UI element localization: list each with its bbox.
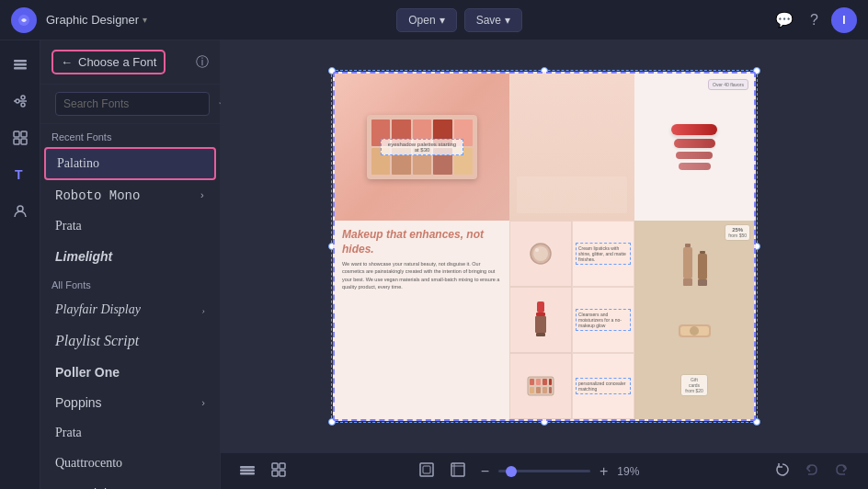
layers-icon[interactable] <box>4 48 37 81</box>
svg-rect-1 <box>14 60 27 63</box>
svg-rect-45 <box>272 463 278 469</box>
svg-rect-51 <box>451 463 464 476</box>
chevron-right-icon: › <box>199 190 205 201</box>
people-icon[interactable] <box>4 195 37 228</box>
zoom-in-button[interactable]: + <box>596 460 611 483</box>
design-canvas: eyeshadow palettes starting at $30 <box>333 72 756 421</box>
font-item-playfair-display[interactable]: Playfair Display › <box>44 295 216 324</box>
product-text-cell-1: Cream lipsticks with shine, glitter, and… <box>572 221 634 287</box>
svg-rect-9 <box>14 131 19 137</box>
history-button[interactable] <box>771 458 794 485</box>
elements-icon[interactable] <box>4 121 37 154</box>
font-item-roboto-mono[interactable]: Roboto Mono › <box>44 181 216 210</box>
font-search-area: ☆ + <box>40 85 220 124</box>
zoom-control: − + 19% <box>477 460 647 483</box>
svg-rect-3 <box>14 67 27 70</box>
text-icon[interactable]: T <box>4 158 37 191</box>
svg-rect-25 <box>530 379 534 385</box>
palette-text-overlay: eyeshadow palettes starting at $30 <box>381 139 463 155</box>
promo-badge-2: 25% from $50 <box>725 224 750 241</box>
bottom-right-controls <box>771 458 853 485</box>
font-item-limelight[interactable]: Limelight <box>44 242 216 271</box>
zoom-slider[interactable] <box>498 470 590 472</box>
svg-point-18 <box>533 246 548 261</box>
crop-button[interactable] <box>446 458 470 485</box>
svg-rect-50 <box>423 466 430 473</box>
back-button[interactable]: ← Choose a Font <box>51 50 166 74</box>
svg-rect-12 <box>21 139 27 144</box>
promo-badge-1: Over 40 flavors <box>708 79 748 90</box>
product-text-1: Cream lipsticks with shine, glitter, and… <box>576 243 631 265</box>
open-button[interactable]: Open ▾ <box>396 8 456 32</box>
zoom-label: 19% <box>617 465 646 478</box>
svg-rect-46 <box>280 463 285 469</box>
fit-button[interactable] <box>415 458 439 485</box>
svg-point-4 <box>16 99 19 103</box>
product-lipstick-cell <box>509 287 572 353</box>
bottom-left-tools <box>235 458 291 485</box>
canvas-area: eyeshadow palettes starting at $30 <box>221 40 868 489</box>
font-item-poller-one[interactable]: Poller One <box>44 358 216 387</box>
topbar-left: Graphic Designer ▾ <box>11 7 147 33</box>
svg-rect-30 <box>536 387 541 393</box>
product-palette-cell <box>509 353 572 419</box>
svg-rect-49 <box>420 463 433 476</box>
recent-section-label: Recent Fonts <box>40 124 220 146</box>
info-icon[interactable]: ⓘ <box>196 54 209 71</box>
canvas-inner: eyeshadow palettes starting at $30 <box>333 72 756 421</box>
svg-point-6 <box>21 103 25 107</box>
grid-view-button[interactable] <box>267 458 291 485</box>
app-name[interactable]: Graphic Designer ▾ <box>46 13 147 27</box>
product-mirror-cell <box>509 221 572 287</box>
svg-rect-29 <box>530 387 534 393</box>
search-input[interactable] <box>55 92 210 116</box>
bottom-bar: − + 19% <box>221 452 868 489</box>
svg-rect-20 <box>537 301 544 313</box>
icon-bar: T <box>0 40 40 489</box>
svg-rect-37 <box>698 254 707 279</box>
palette-cell: eyeshadow palettes starting at $30 <box>335 74 509 221</box>
svg-rect-36 <box>700 251 705 254</box>
svg-rect-35 <box>683 279 692 286</box>
svg-rect-2 <box>14 63 27 66</box>
font-item-quattrocento[interactable]: Quattrocento <box>44 449 216 478</box>
cosmetics-swatches-cell: Over 40 flavors <box>634 74 754 221</box>
help-icon-button[interactable]: ? <box>806 8 822 32</box>
top-middle-cell <box>509 74 634 221</box>
adjust-icon[interactable] <box>4 85 37 118</box>
redo-button[interactable] <box>829 458 853 485</box>
font-item-prata-all[interactable]: Prata <box>44 418 216 448</box>
brand-logo[interactable] <box>11 7 37 33</box>
font-panel-header: ← Choose a Font ⓘ <box>40 40 220 85</box>
save-button[interactable]: Save ▾ <box>464 8 522 32</box>
product-text-3: personalized concealer matching <box>576 378 631 394</box>
product-grid: Cream lipsticks with shine, glitter, and… <box>509 221 634 419</box>
main: T ← Choose a Font ⓘ ☆ + <box>0 40 868 489</box>
font-item-playlist-script[interactable]: Playlist Script <box>44 325 216 357</box>
svg-point-41 <box>690 326 699 335</box>
undo-button[interactable] <box>800 458 824 485</box>
canvas-headline: Makeup that enhances, not hides. <box>342 228 502 256</box>
font-item-questrial[interactable]: Questrial <box>44 479 216 489</box>
svg-rect-21 <box>536 313 545 316</box>
chat-icon-button[interactable]: 💬 <box>771 7 797 32</box>
svg-rect-44 <box>240 472 255 475</box>
font-list: Recent Fonts Palatino Roboto Mono › Prat… <box>40 124 220 489</box>
svg-rect-22 <box>535 316 546 333</box>
svg-rect-48 <box>280 471 285 476</box>
chevron-right-icon: › <box>201 304 205 315</box>
topbar: Graphic Designer ▾ Open ▾ Save ▾ 💬 ? I <box>0 0 868 40</box>
font-item-poppins[interactable]: Poppins › <box>44 388 216 417</box>
svg-rect-31 <box>542 387 547 393</box>
user-avatar[interactable]: I <box>831 7 857 33</box>
font-item-prata-recent[interactable]: Prata <box>44 211 216 241</box>
layers-view-button[interactable] <box>235 458 259 485</box>
svg-rect-10 <box>21 131 27 137</box>
zoom-out-button[interactable]: − <box>477 460 493 483</box>
svg-rect-26 <box>536 379 541 385</box>
canvas-viewport[interactable]: eyeshadow palettes starting at $30 <box>221 40 868 452</box>
font-item-palatino[interactable]: Palatino <box>44 147 216 180</box>
svg-point-14 <box>17 206 23 211</box>
svg-rect-42 <box>240 466 255 469</box>
product-text-cell-3: personalized concealer matching <box>572 353 634 419</box>
